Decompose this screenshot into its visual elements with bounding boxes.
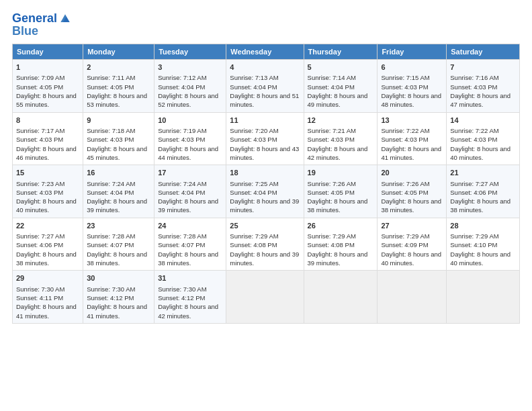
calendar-cell: 9Sunrise: 7:18 AMSunset: 4:03 PMDaylight…: [83, 112, 154, 165]
daylight-text: Daylight: 8 hours and 53 minutes.: [87, 92, 147, 108]
sunset-text: Sunset: 4:03 PM: [381, 83, 428, 91]
logo-blue: Blue: [12, 24, 72, 38]
sunrise-text: Sunrise: 7:22 AM: [381, 127, 429, 134]
page: General Blue SundayMondayTuesdayWednesda…: [0, 0, 532, 411]
daylight-text: Daylight: 8 hours and 38 minutes.: [381, 197, 441, 214]
day-number: 29: [16, 273, 79, 283]
col-header-saturday: Saturday: [447, 44, 520, 60]
sunrise-text: Sunrise: 7:09 AM: [16, 74, 64, 81]
sunset-text: Sunset: 4:03 PM: [158, 136, 205, 143]
daylight-text: Daylight: 8 hours and 39 minutes.: [87, 197, 147, 214]
sunrise-text: Sunrise: 7:14 AM: [308, 74, 356, 81]
sunset-text: Sunset: 4:03 PM: [308, 136, 355, 143]
sunset-text: Sunset: 4:06 PM: [450, 189, 497, 196]
calendar-cell: 5Sunrise: 7:14 AMSunset: 4:04 PMDaylight…: [304, 60, 378, 113]
sunrise-text: Sunrise: 7:27 AM: [450, 180, 498, 187]
daylight-text: Daylight: 8 hours and 38 minutes.: [87, 250, 147, 267]
day-number: 11: [230, 116, 300, 126]
calendar-cell: 27Sunrise: 7:29 AMSunset: 4:09 PMDayligh…: [378, 218, 447, 271]
calendar-cell: 26Sunrise: 7:29 AMSunset: 4:08 PMDayligh…: [304, 218, 378, 271]
col-header-friday: Friday: [378, 44, 447, 60]
sunset-text: Sunset: 4:12 PM: [87, 294, 134, 302]
sunrise-text: Sunrise: 7:13 AM: [230, 74, 278, 81]
sunrise-text: Sunrise: 7:26 AM: [308, 180, 356, 187]
calendar-cell: 12Sunrise: 7:21 AMSunset: 4:03 PMDayligh…: [304, 112, 378, 165]
col-header-tuesday: Tuesday: [154, 44, 226, 60]
day-number: 30: [87, 273, 150, 283]
sunrise-text: Sunrise: 7:29 AM: [450, 232, 498, 240]
calendar-cell: 2Sunrise: 7:11 AMSunset: 4:05 PMDaylight…: [83, 60, 154, 113]
sunrise-text: Sunrise: 7:30 AM: [158, 285, 206, 293]
calendar-cell: 18Sunrise: 7:25 AMSunset: 4:04 PMDayligh…: [226, 165, 304, 218]
sunset-text: Sunset: 4:04 PM: [158, 189, 205, 196]
week-row-5: 29Sunrise: 7:30 AMSunset: 4:11 PMDayligh…: [13, 271, 520, 324]
col-header-wednesday: Wednesday: [226, 44, 304, 60]
calendar-cell: 6Sunrise: 7:15 AMSunset: 4:03 PMDaylight…: [378, 60, 447, 113]
day-number: 18: [230, 168, 300, 178]
calendar-cell: 24Sunrise: 7:28 AMSunset: 4:07 PMDayligh…: [154, 218, 226, 271]
sunrise-text: Sunrise: 7:17 AM: [16, 127, 64, 134]
calendar-cell: 8Sunrise: 7:17 AMSunset: 4:03 PMDaylight…: [13, 112, 83, 165]
daylight-text: Daylight: 8 hours and 49 minutes.: [308, 92, 368, 108]
daylight-text: Daylight: 8 hours and 55 minutes.: [16, 92, 77, 108]
sunrise-text: Sunrise: 7:28 AM: [158, 232, 206, 240]
day-number: 19: [308, 168, 374, 178]
sunrise-text: Sunrise: 7:16 AM: [450, 74, 498, 81]
daylight-text: Daylight: 8 hours and 43 minutes.: [230, 145, 299, 161]
daylight-text: Daylight: 8 hours and 47 minutes.: [450, 92, 511, 108]
calendar-cell: 1Sunrise: 7:09 AMSunset: 4:05 PMDaylight…: [13, 60, 83, 113]
sunset-text: Sunset: 4:07 PM: [87, 241, 134, 248]
week-row-4: 22Sunrise: 7:27 AMSunset: 4:06 PMDayligh…: [13, 218, 520, 271]
logo: General Blue: [12, 12, 72, 38]
calendar-cell: 21Sunrise: 7:27 AMSunset: 4:06 PMDayligh…: [447, 165, 520, 218]
sunset-text: Sunset: 4:04 PM: [158, 83, 205, 91]
calendar-cell: 25Sunrise: 7:29 AMSunset: 4:08 PMDayligh…: [226, 218, 304, 271]
day-number: 26: [308, 221, 374, 231]
calendar-cell: [304, 271, 378, 324]
daylight-text: Daylight: 8 hours and 39 minutes.: [230, 197, 299, 214]
sunset-text: Sunset: 4:03 PM: [450, 136, 497, 143]
week-row-3: 15Sunrise: 7:23 AMSunset: 4:03 PMDayligh…: [13, 165, 520, 218]
day-number: 10: [158, 116, 222, 126]
sunrise-text: Sunrise: 7:29 AM: [230, 232, 278, 240]
header: General Blue: [12, 12, 520, 38]
day-number: 16: [87, 168, 150, 178]
sunrise-text: Sunrise: 7:18 AM: [87, 127, 135, 134]
sunrise-text: Sunrise: 7:11 AM: [87, 74, 135, 81]
sunset-text: Sunset: 4:11 PM: [16, 294, 63, 302]
day-number: 27: [381, 221, 443, 231]
sunset-text: Sunset: 4:03 PM: [16, 189, 63, 196]
day-number: 24: [158, 221, 222, 231]
sunrise-text: Sunrise: 7:12 AM: [158, 74, 206, 81]
sunrise-text: Sunrise: 7:23 AM: [16, 180, 64, 187]
daylight-text: Daylight: 8 hours and 39 minutes.: [158, 197, 218, 214]
sunrise-text: Sunrise: 7:29 AM: [308, 232, 356, 240]
calendar-cell: 7Sunrise: 7:16 AMSunset: 4:03 PMDaylight…: [447, 60, 520, 113]
sunrise-text: Sunrise: 7:20 AM: [230, 127, 278, 134]
sunrise-text: Sunrise: 7:22 AM: [450, 127, 498, 134]
daylight-text: Daylight: 8 hours and 42 minutes.: [158, 303, 218, 319]
sunrise-text: Sunrise: 7:29 AM: [381, 232, 429, 240]
calendar-cell: 31Sunrise: 7:30 AMSunset: 4:12 PMDayligh…: [154, 271, 226, 324]
daylight-text: Daylight: 8 hours and 52 minutes.: [158, 92, 218, 108]
day-number: 12: [308, 116, 374, 126]
daylight-text: Daylight: 8 hours and 51 minutes.: [230, 92, 299, 108]
calendar-cell: 20Sunrise: 7:26 AMSunset: 4:05 PMDayligh…: [378, 165, 447, 218]
calendar-cell: 4Sunrise: 7:13 AMSunset: 4:04 PMDaylight…: [226, 60, 304, 113]
day-number: 13: [381, 116, 443, 126]
day-number: 31: [158, 273, 222, 283]
sunset-text: Sunset: 4:03 PM: [16, 136, 63, 143]
sunrise-text: Sunrise: 7:30 AM: [87, 285, 135, 293]
sunrise-text: Sunrise: 7:28 AM: [87, 232, 135, 240]
day-number: 3: [158, 62, 222, 73]
sunset-text: Sunset: 4:09 PM: [381, 241, 428, 248]
daylight-text: Daylight: 8 hours and 39 minutes.: [308, 250, 368, 267]
sunset-text: Sunset: 4:05 PM: [381, 189, 428, 196]
day-number: 4: [230, 62, 300, 73]
calendar-cell: 10Sunrise: 7:19 AMSunset: 4:03 PMDayligh…: [154, 112, 226, 165]
calendar-cell: 22Sunrise: 7:27 AMSunset: 4:06 PMDayligh…: [13, 218, 83, 271]
day-number: 17: [158, 168, 222, 178]
calendar-cell: 13Sunrise: 7:22 AMSunset: 4:03 PMDayligh…: [378, 112, 447, 165]
day-number: 8: [16, 116, 79, 126]
sunrise-text: Sunrise: 7:21 AM: [308, 127, 356, 134]
